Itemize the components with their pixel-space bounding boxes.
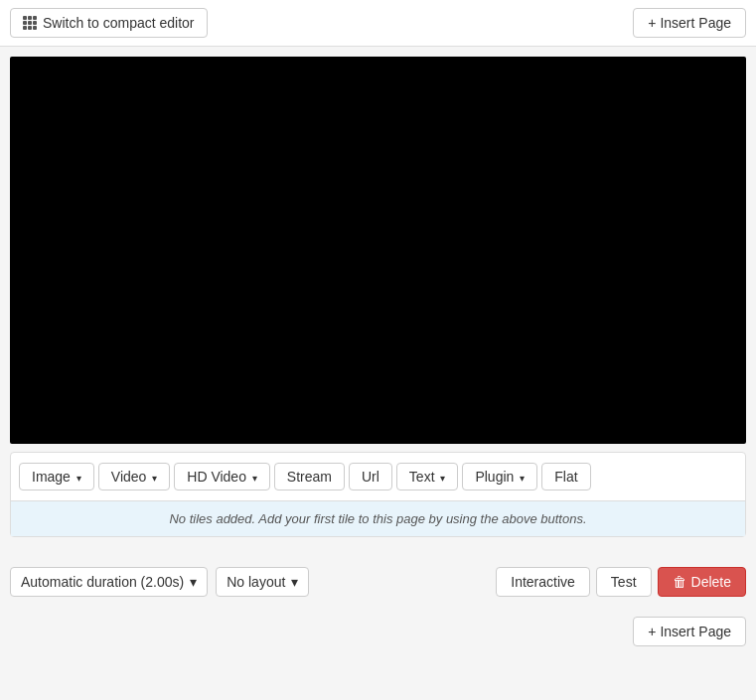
- compact-editor-label: Switch to compact editor: [43, 15, 195, 31]
- plugin-button[interactable]: Plugin ▾: [462, 463, 537, 490]
- grid-icon: [23, 16, 37, 30]
- video-canvas: [10, 57, 746, 444]
- bottom-left-controls: Automatic duration (2.00s) ▾ No layout ▾: [10, 567, 309, 597]
- image-label: Image: [32, 469, 71, 485]
- hd-video-label: HD Video: [187, 469, 246, 485]
- compact-editor-button[interactable]: Switch to compact editor: [10, 8, 208, 38]
- test-label: Test: [611, 574, 637, 590]
- stream-button[interactable]: Stream: [274, 463, 345, 490]
- delete-label: Delete: [691, 574, 731, 590]
- layout-selector[interactable]: No layout ▾: [216, 567, 309, 597]
- video-label: Video: [111, 469, 147, 485]
- tile-buttons-row: Image ▾ Video ▾ HD Video ▾ Stream Url: [19, 463, 737, 500]
- insert-page-top-label: + Insert Page: [648, 15, 731, 31]
- url-button[interactable]: Url: [349, 463, 392, 490]
- plugin-dropdown-arrow: ▾: [520, 473, 525, 484]
- duration-label: Automatic duration (2.00s): [21, 574, 184, 590]
- layout-dropdown-arrow: ▾: [291, 574, 298, 590]
- delete-button[interactable]: 🗑 Delete: [658, 567, 746, 597]
- hd-video-dropdown-arrow: ▾: [252, 473, 257, 484]
- url-label: Url: [362, 469, 379, 485]
- bottom-insert-area: + Insert Page: [0, 609, 756, 654]
- image-button[interactable]: Image ▾: [19, 463, 94, 490]
- duration-selector[interactable]: Automatic duration (2.00s) ▾: [10, 567, 208, 597]
- insert-page-bottom-label: + Insert Page: [648, 624, 731, 639]
- insert-page-top-button[interactable]: + Insert Page: [633, 8, 746, 38]
- video-dropdown-arrow: ▾: [152, 473, 157, 484]
- text-button[interactable]: Text ▾: [396, 463, 459, 490]
- video-button[interactable]: Video ▾: [98, 463, 170, 490]
- insert-page-bottom-button[interactable]: + Insert Page: [633, 617, 746, 646]
- duration-dropdown-arrow: ▾: [190, 574, 197, 590]
- text-dropdown-arrow: ▾: [440, 473, 445, 484]
- plugin-label: Plugin: [475, 469, 514, 485]
- trash-icon: 🗑: [673, 574, 686, 590]
- top-toolbar: Switch to compact editor + Insert Page: [0, 0, 756, 47]
- tile-controls: Image ▾ Video ▾ HD Video ▾ Stream Url: [10, 452, 746, 537]
- image-dropdown-arrow: ▾: [76, 473, 81, 484]
- flat-label: Flat: [554, 469, 577, 485]
- flat-button[interactable]: Flat: [541, 463, 590, 490]
- layout-label: No layout: [227, 574, 285, 590]
- stream-label: Stream: [287, 469, 332, 485]
- hd-video-button[interactable]: HD Video ▾: [174, 463, 270, 490]
- no-tiles-message: No tiles added. Add your first tile to t…: [11, 500, 745, 536]
- bottom-right-controls: Interactive Test 🗑 Delete: [496, 567, 746, 597]
- text-label: Text: [409, 469, 435, 485]
- interactive-label: Interactive: [511, 574, 575, 590]
- test-button[interactable]: Test: [596, 567, 652, 597]
- bottom-toolbar: Automatic duration (2.00s) ▾ No layout ▾…: [0, 555, 756, 609]
- main-content: Image ▾ Video ▾ HD Video ▾ Stream Url: [0, 47, 756, 547]
- interactive-button[interactable]: Interactive: [496, 567, 590, 597]
